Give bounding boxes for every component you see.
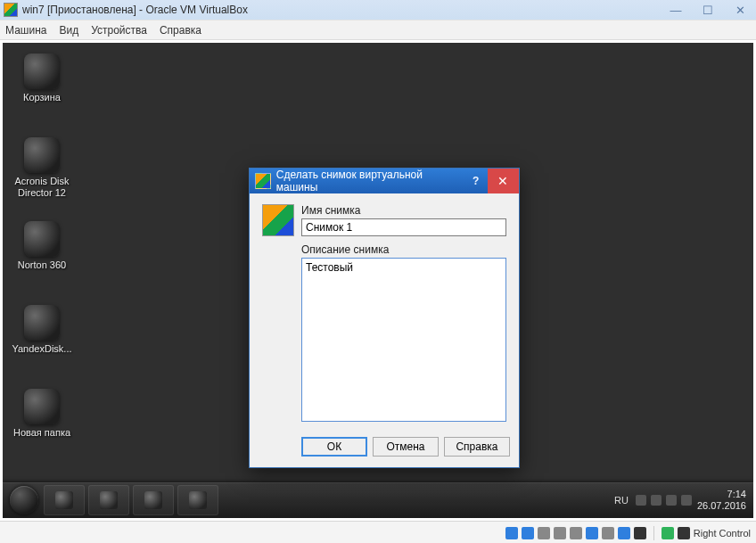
dialog-titlebar[interactable]: Сделать снимок виртуальной машины ? ✕ [250, 169, 519, 193]
taskbar-clock[interactable]: 7:14 26.07.2016 [697, 489, 746, 512]
status-display-icon[interactable] [602, 527, 614, 539]
yandexdisk-icon [24, 305, 60, 341]
status-shared-folders-icon[interactable] [586, 527, 598, 539]
status-network-icon[interactable] [554, 527, 566, 539]
desktop-icon-new-folder[interactable]: Новая папка [8, 389, 76, 439]
recycle-bin-icon [24, 53, 60, 89]
status-audio-icon[interactable] [538, 527, 550, 539]
host-titlebar: win7 [Приостановлена] - Oracle VM Virtua… [0, 0, 756, 20]
desktop-icon-acronis[interactable]: Acronis Disk Director 12 [8, 137, 76, 199]
windows-orb-icon [10, 486, 38, 514]
taskbar-pin-explorer[interactable] [88, 485, 129, 515]
dialog-close-button[interactable]: ✕ [488, 169, 520, 193]
language-indicator[interactable]: RU [614, 495, 629, 506]
host-maximize-button[interactable]: ☐ [692, 0, 724, 20]
status-optical-icon[interactable] [522, 527, 534, 539]
system-tray[interactable] [636, 495, 692, 506]
taskbar-pin-mediaplayer[interactable] [133, 485, 174, 515]
dialog-button-row: ОК Отмена Справка [250, 432, 519, 467]
status-cpu-icon[interactable] [634, 527, 646, 539]
explorer-icon [100, 491, 118, 509]
host-minimize-button[interactable]: — [660, 0, 692, 20]
virtualbox-icon [255, 173, 271, 189]
desktop-icon-label: Новая папка [8, 427, 76, 439]
tray-volume-icon[interactable] [681, 495, 692, 506]
host-status-bar: Right Control [0, 521, 756, 543]
guest-taskbar: RU 7:14 26.07.2016 [3, 482, 753, 518]
dialog-title: Сделать снимок виртуальной машины [276, 169, 464, 193]
snapshot-icon [262, 204, 294, 236]
desktop-icon-label: Norton 360 [8, 259, 76, 271]
host-window-title: win7 [Приостановлена] - Oracle VM Virtua… [22, 4, 248, 16]
snapshot-name-input[interactable] [301, 218, 506, 236]
desktop-icon-recycle-bin[interactable]: Корзина [8, 53, 76, 103]
snapshot-desc-textarea[interactable] [301, 258, 506, 422]
desktop-icon-norton[interactable]: Norton 360 [8, 221, 76, 271]
menu-machine[interactable]: Машина [5, 24, 46, 37]
folder-icon [24, 389, 60, 424]
desktop-icon-yandexdisk[interactable]: YandexDisk... [8, 305, 76, 355]
norton-icon [24, 221, 60, 257]
status-keyboard-icon[interactable] [678, 527, 690, 539]
status-mouse-integration-icon[interactable] [662, 527, 674, 539]
menu-devices[interactable]: Устройства [91, 24, 147, 37]
help-button[interactable]: Справка [444, 437, 510, 457]
yandex-icon [189, 491, 207, 509]
taskbar-time: 7:14 [697, 489, 746, 500]
taskbar-pin-yandex[interactable] [177, 485, 218, 515]
desktop-icon-label: Корзина [8, 92, 76, 103]
status-host-key: Right Control [694, 528, 751, 539]
host-menubar: Машина Вид Устройства Справка [0, 20, 756, 40]
status-usb-icon[interactable] [570, 527, 582, 539]
snapshot-desc-label: Описание снимка [301, 243, 506, 256]
mediaplayer-icon [144, 491, 162, 509]
status-harddisk-icon[interactable] [505, 527, 518, 539]
tray-flag-icon[interactable] [651, 495, 662, 506]
start-button[interactable] [6, 482, 42, 518]
snapshot-dialog: Сделать снимок виртуальной машины ? ✕ Им… [249, 168, 520, 468]
host-close-button[interactable]: ✕ [724, 0, 756, 20]
ie-icon [55, 491, 73, 509]
snapshot-name-label: Имя снимка [301, 204, 506, 217]
menu-help[interactable]: Справка [160, 24, 201, 37]
menu-view[interactable]: Вид [59, 24, 78, 37]
guest-display: Корзина Acronis Disk Director 12 Norton … [3, 43, 753, 518]
ok-button[interactable]: ОК [301, 437, 367, 457]
dialog-help-button[interactable]: ? [464, 175, 488, 187]
virtualbox-icon [4, 3, 18, 17]
cancel-button[interactable]: Отмена [373, 437, 439, 457]
taskbar-date: 26.07.2016 [697, 500, 746, 512]
tray-network-icon[interactable] [666, 495, 677, 506]
desktop-icon-label: Acronis Disk Director 12 [8, 176, 76, 199]
acronis-icon [24, 137, 60, 173]
taskbar-pin-ie[interactable] [44, 485, 85, 515]
desktop-icon-label: YandexDisk... [8, 343, 76, 355]
tray-chevron-icon[interactable] [636, 495, 646, 506]
status-recording-icon[interactable] [618, 527, 630, 539]
